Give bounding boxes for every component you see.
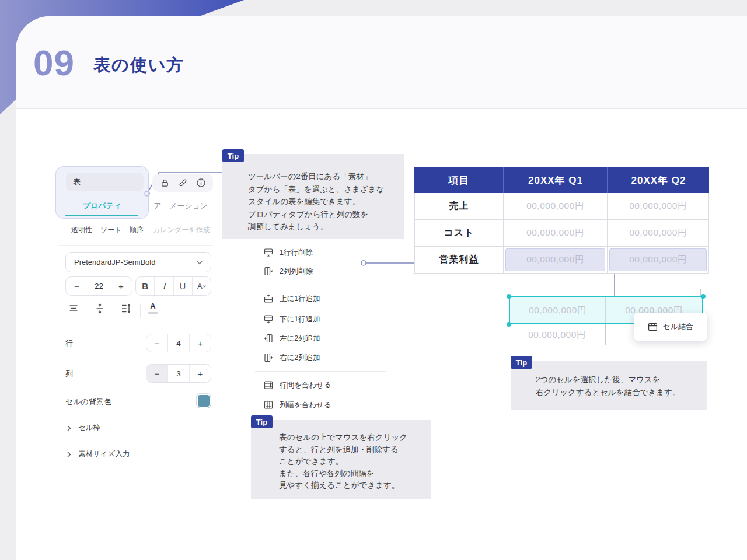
link-icon[interactable] <box>178 178 188 188</box>
subnav-create-calendar[interactable]: カレンダーを作成 <box>153 225 210 235</box>
columns-stepper: − 3 + <box>146 364 211 383</box>
font-size-decrease-button[interactable]: − <box>66 277 88 295</box>
table-context-menu: 1行行削除 2列列削除 上に1行追加 <box>251 242 391 417</box>
panel-divider <box>65 328 211 328</box>
bold-button[interactable]: B <box>136 277 154 295</box>
selection-handle[interactable] <box>701 294 706 299</box>
header-cell-q1[interactable]: 20XX年 Q1 <box>503 167 607 193</box>
chevron-right-icon <box>65 425 72 432</box>
font-color-icon[interactable]: A <box>146 302 159 316</box>
menu-item-add-column-left[interactable]: 左に2列追加 <box>264 333 320 344</box>
menu-item-delete-row[interactable]: 1行行削除 <box>264 247 313 258</box>
columns-increase-button[interactable]: + <box>189 365 211 382</box>
columns-value[interactable]: 3 <box>167 365 189 382</box>
selection-handle[interactable] <box>507 322 511 327</box>
cell-border-label: セル枠 <box>78 423 100 433</box>
cell-value[interactable]: 00,000,000円 <box>629 200 687 212</box>
row-add-below-icon <box>264 314 273 324</box>
column-add-left-icon <box>264 334 273 343</box>
rows-increase-button[interactable]: + <box>189 334 211 352</box>
chevron-down-icon <box>196 258 204 267</box>
menu-item-delete-column[interactable]: 2列列削除 <box>264 266 313 276</box>
subnav-order[interactable]: 順序 <box>130 225 144 235</box>
panel-action-icons <box>152 174 213 192</box>
row-label[interactable]: コスト <box>444 227 474 239</box>
menu-divider <box>255 371 386 372</box>
table-row-sales: 売上 00,000,000円 00,000,000円 <box>415 193 708 219</box>
font-color-letter: A <box>146 302 159 311</box>
font-size-increase-button[interactable]: + <box>110 277 132 295</box>
rows-stepper: − 4 + <box>146 334 211 352</box>
selected-cell[interactable]: 00,000,000円 <box>609 249 707 271</box>
active-tab-underline <box>65 215 138 216</box>
cell-value[interactable]: 00,000,000円 <box>526 227 584 239</box>
cell-bg-color-swatch[interactable] <box>196 393 211 408</box>
column-delete-icon <box>264 267 273 276</box>
demo-table: 項目 20XX年 Q1 20XX年 Q2 売上 00,000,000円 00,0… <box>414 167 709 274</box>
font-family-select[interactable]: PretendardJP-SemiBold <box>65 252 211 272</box>
chevron-right-icon <box>65 451 72 458</box>
vertical-align-icon[interactable] <box>93 302 106 315</box>
row-label[interactable]: 売上 <box>449 200 469 212</box>
tip-badge: Tip <box>222 149 244 162</box>
merge-cells-label: セル結合 <box>663 321 694 332</box>
panel-seam <box>58 245 213 246</box>
tab-properties[interactable]: プロパティ <box>65 201 139 211</box>
element-name-input[interactable]: 表 <box>66 173 144 191</box>
row-delete-icon <box>264 248 273 257</box>
cell-bg-label: セルの背景色 <box>65 397 111 407</box>
size-input-label: 素材サイズ入力 <box>78 449 130 459</box>
menu-item-match-column-width[interactable]: 列幅を合わせる <box>264 400 331 410</box>
table-row-cost: コスト 00,000,000円 00,000,000円 <box>415 219 708 246</box>
menu-divider <box>255 285 386 285</box>
header-cell-q2[interactable]: 20XX年 Q2 <box>607 167 709 193</box>
rows-label: 行 <box>65 338 73 349</box>
menu-item-match-row-spacing[interactable]: 行間を合わせる <box>264 380 331 390</box>
cell-border-row[interactable]: セル枠 <box>65 423 100 433</box>
header-cell-item[interactable]: 項目 <box>414 167 503 193</box>
rows-value[interactable]: 4 <box>167 334 189 352</box>
row-label[interactable]: 営業利益 <box>439 254 479 266</box>
tip-merge: 2つのセルを選択した後、マウスを 右クリックするとセルを結合できます。 <box>511 360 707 410</box>
tip-toolbar: ツールバーの2番目にある「素材」 タブから「表」を選ぶと、さまざまな スタイルの… <box>222 154 404 239</box>
tip-rightclick: 表のセルの上でマウスを右クリック すると、行と列を追加・削除する ことができます… <box>251 420 431 499</box>
icon-row-divider <box>140 304 141 318</box>
tip-badge: Tip <box>511 356 532 369</box>
line-spacing-icon[interactable] <box>120 302 132 315</box>
text-align-icon[interactable] <box>67 302 80 315</box>
cell-value[interactable]: 00,000,000円 <box>528 329 586 341</box>
selected-cell-value: 00,000,000円 <box>529 304 587 317</box>
tab-animation[interactable]: アニメーション <box>149 201 213 211</box>
page-title: 表の使い方 <box>93 54 184 77</box>
selection-handle[interactable] <box>507 294 511 299</box>
tip-toolbar-text: ツールバーの2番目にある「素材」 タブから「表」を選ぶと、さまざまな スタイルの… <box>248 170 392 233</box>
rows-decrease-button[interactable]: − <box>146 334 167 352</box>
superscript-button[interactable]: A2 <box>192 277 211 295</box>
font-size-value[interactable]: 22 <box>88 277 110 295</box>
font-color-bar <box>148 312 158 314</box>
underline-button[interactable]: U <box>173 277 192 295</box>
menu-item-add-row-above[interactable]: 上に1行追加 <box>264 293 320 304</box>
size-input-row[interactable]: 素材サイズ入力 <box>65 449 130 459</box>
italic-button[interactable]: I <box>154 277 173 295</box>
subnav-sort[interactable]: ソート <box>100 225 122 235</box>
tip-badge: Tip <box>251 415 273 428</box>
property-panel: 表 プロパティ アニメーション 透明性 ソート 順序 カレンダ <box>55 166 219 467</box>
merge-cells-button[interactable]: セル結合 <box>634 313 707 341</box>
demo-table-body: 売上 00,000,000円 00,000,000円 コスト 00,000,00… <box>414 193 709 274</box>
merge-cells-icon <box>648 322 658 332</box>
selected-cell[interactable]: 00,000,000円 <box>505 249 605 271</box>
page-number: 09 <box>33 42 75 83</box>
subnav-opacity[interactable]: 透明性 <box>71 225 92 235</box>
table-row-profit: 営業利益 00,000,000円 00,000,000円 <box>415 246 708 273</box>
cell-value[interactable]: 00,000,000円 <box>629 227 687 239</box>
demo-table-header: 項目 20XX年 Q1 20XX年 Q2 <box>414 167 709 193</box>
info-icon[interactable] <box>196 178 206 188</box>
menu-item-add-row-below[interactable]: 下に1行追加 <box>264 314 320 324</box>
cell-value[interactable]: 00,000,000円 <box>526 200 584 212</box>
slide-header: 09 表の使い方 <box>16 16 747 109</box>
menu-item-add-column-right[interactable]: 右に2列追加 <box>264 352 320 363</box>
columns-decrease-button[interactable]: − <box>146 365 167 382</box>
text-format-group: B I U A2 <box>135 276 211 296</box>
lock-icon[interactable] <box>160 178 170 188</box>
